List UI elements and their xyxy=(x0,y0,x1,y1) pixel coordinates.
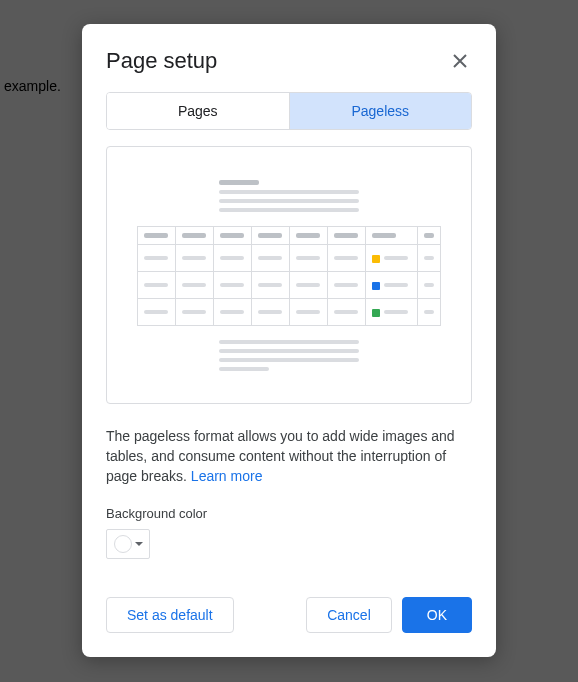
tab-pages[interactable]: Pages xyxy=(107,93,290,129)
preview-text-bottom xyxy=(219,340,359,371)
background-document-text: example. xyxy=(4,78,61,94)
color-swatch-white xyxy=(114,535,132,553)
ok-button[interactable]: OK xyxy=(402,597,472,633)
footer-right: Cancel OK xyxy=(306,597,472,633)
tab-pageless[interactable]: Pageless xyxy=(290,93,472,129)
background-color-picker[interactable] xyxy=(106,529,150,559)
desc-text: The pageless format allows you to add wi… xyxy=(106,428,455,484)
background-color-label: Background color xyxy=(106,506,472,521)
dialog-title: Page setup xyxy=(106,48,217,74)
preview-text-top xyxy=(219,180,359,212)
chevron-down-icon xyxy=(135,542,143,546)
pageless-preview xyxy=(106,146,472,404)
preview-table xyxy=(137,226,441,326)
dialog-header: Page setup xyxy=(106,48,472,74)
pageless-description: The pageless format allows you to add wi… xyxy=(106,426,472,486)
cancel-button[interactable]: Cancel xyxy=(306,597,392,633)
dialog-footer: Set as default Cancel OK xyxy=(106,597,472,633)
page-setup-dialog: Page setup Pages Pageless xyxy=(82,24,496,657)
close-icon[interactable] xyxy=(448,49,472,73)
learn-more-link[interactable]: Learn more xyxy=(191,468,263,484)
swatch-green xyxy=(372,309,380,317)
set-as-default-button[interactable]: Set as default xyxy=(106,597,234,633)
tabs: Pages Pageless xyxy=(106,92,472,130)
swatch-yellow xyxy=(372,255,380,263)
swatch-blue xyxy=(372,282,380,290)
